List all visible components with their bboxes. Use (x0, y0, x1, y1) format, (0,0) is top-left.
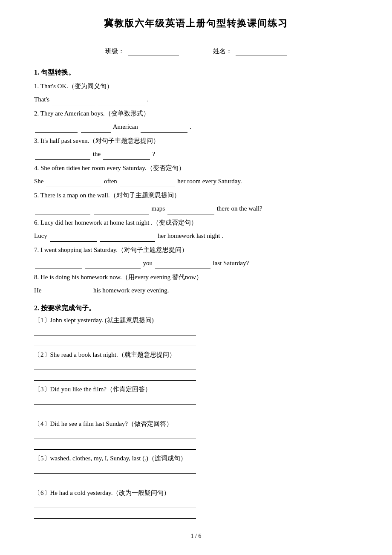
s2-5-text: 〔5〕washed, clothes, my, I, Sunday, last … (34, 455, 187, 462)
s2-1-answer-lines (34, 326, 358, 347)
student-info: 班级： 姓名： (34, 47, 358, 55)
s1-2-blank2[interactable] (81, 125, 111, 133)
s1-1-answer: That's . (34, 94, 358, 105)
s2-5-answer-lines (34, 464, 358, 486)
s1-1-blank2[interactable] (98, 98, 145, 105)
class-label: 班级： (105, 47, 124, 55)
s1-6-blank1[interactable] (50, 234, 97, 242)
name-field: 姓名： (213, 47, 287, 55)
s1-5-blank2[interactable] (94, 207, 149, 214)
s1-7-instruction: 7. I went shopping last Saturday.（对句子主题意… (34, 246, 188, 253)
s2-4-line1[interactable] (34, 430, 196, 439)
s1-item-2: 2. They are American boys.（变单数形式） (34, 108, 358, 119)
s2-item-2-question: 〔2〕She read a book last night.（就主题意思提问） (34, 351, 358, 359)
s2-4-line2[interactable] (34, 440, 196, 450)
s1-2-blank1[interactable] (35, 125, 78, 133)
s2-1-line1[interactable] (34, 326, 196, 335)
s1-7-blank2[interactable] (85, 261, 141, 269)
s2-6-text: 〔6〕He had a cold yesterday.（改为一般疑问句） (34, 489, 170, 496)
s2-2-answer-lines (34, 361, 358, 382)
s1-item-5: 5. There is a map on the wall.（对句子主题意思提问… (34, 190, 358, 201)
section1-title: 1. 句型转换。 (34, 68, 358, 77)
s1-5-blank1[interactable] (35, 207, 90, 214)
s1-7-blank3[interactable] (155, 261, 210, 269)
s1-6-instruction: 6. Lucy did her homework at home last ni… (34, 219, 197, 226)
s1-3-blank1[interactable] (35, 152, 90, 160)
s2-item-1-question: 〔1〕John slept yesterday. (就主题意思提问) (34, 316, 358, 324)
s2-1-text: 〔1〕John slept yesterday. (就主题意思提问) (34, 317, 154, 324)
s1-4-instruction: 4. She often tidies her room every Satur… (34, 165, 185, 171)
s1-1-blank1[interactable] (52, 98, 95, 105)
s1-item-8: 8. He is doing his homework now.（用every … (34, 272, 358, 283)
s2-5-line1[interactable] (34, 464, 196, 474)
s2-6-line1[interactable] (34, 499, 196, 508)
s2-4-text: 〔4〕Did he see a film last Sunday?（做否定回答） (34, 420, 173, 427)
s1-5-answer: maps there on the wall? (34, 203, 358, 214)
s1-1-instruction: 1. That's OK.（变为同义句） (34, 83, 113, 90)
s1-4-blank2[interactable] (120, 179, 175, 187)
s2-item-4-question: 〔4〕Did he see a film last Sunday?（做否定回答） (34, 420, 358, 428)
s1-2-instruction: 2. They are American boys.（变单数形式） (34, 110, 150, 117)
s1-item-1: 1. That's OK.（变为同义句） (34, 81, 358, 92)
s1-3-answer: the ? (34, 148, 358, 160)
s2-3-text: 〔3〕Did you like the film?（作肯定回答） (34, 386, 151, 393)
s2-2-text: 〔2〕She read a book last night.（就主题意思提问） (34, 351, 176, 358)
s2-2-line1[interactable] (34, 361, 196, 370)
name-label: 姓名： (213, 47, 232, 55)
s1-7-blank1[interactable] (35, 261, 82, 269)
s2-1-line2[interactable] (34, 337, 196, 346)
s1-7-answer: you last Saturday? (34, 257, 358, 269)
s1-4-blank1[interactable] (46, 179, 101, 187)
s2-5-line2[interactable] (34, 475, 196, 484)
s1-3-blank2[interactable] (103, 152, 150, 160)
s1-8-blank1[interactable] (44, 289, 91, 296)
s1-6-blank2[interactable] (100, 234, 155, 242)
name-input[interactable] (236, 47, 287, 55)
s1-8-instruction: 8. He is doing his homework now.（用every … (34, 274, 202, 280)
s1-3-instruction: 3. It's half past seven.（对句子主题意思提问） (34, 137, 159, 144)
s1-8-answer: He his homework every evening. (34, 285, 358, 296)
s2-3-line2[interactable] (34, 406, 196, 415)
s2-item-3-question: 〔3〕Did you like the film?（作肯定回答） (34, 385, 358, 393)
s1-item-7: 7. I went shopping last Saturday.（对句子主题意… (34, 244, 358, 256)
s1-5-blank3[interactable] (167, 207, 214, 214)
s1-6-answer: Lucy her homework last night . (34, 230, 358, 242)
s1-item-4: 4. She often tidies her room every Satur… (34, 162, 358, 174)
page-number: 1 / 6 (191, 533, 202, 539)
s1-2-answer: American . (34, 121, 358, 133)
class-input[interactable] (128, 47, 179, 55)
s2-6-answer-lines (34, 499, 358, 520)
s1-5-instruction: 5. There is a map on the wall.（对句子主题意思提问… (34, 192, 180, 199)
s2-6-line2[interactable] (34, 509, 196, 519)
s2-item-6-question: 〔6〕He had a cold yesterday.（改为一般疑问句） (34, 489, 358, 497)
class-field: 班级： (105, 47, 179, 55)
s1-item-3: 3. It's half past seven.（对句子主题意思提问） (34, 135, 358, 147)
s2-4-answer-lines (34, 430, 358, 451)
s2-item-5-question: 〔5〕washed, clothes, my, I, Sunday, last … (34, 454, 358, 462)
section2-title: 2. 按要求完成句子。 (34, 304, 358, 313)
page-footer: 1 / 6 (34, 533, 358, 540)
s1-item-6: 6. Lucy did her homework at home last ni… (34, 217, 358, 228)
s2-2-line2[interactable] (34, 371, 196, 381)
s1-4-answer: She often her room every Saturday. (34, 176, 358, 187)
s2-3-line1[interactable] (34, 395, 196, 405)
s1-2-blank3[interactable] (141, 125, 187, 133)
page-title: 冀教版六年级英语上册句型转换课间练习 (34, 17, 358, 30)
s2-3-answer-lines (34, 395, 358, 416)
